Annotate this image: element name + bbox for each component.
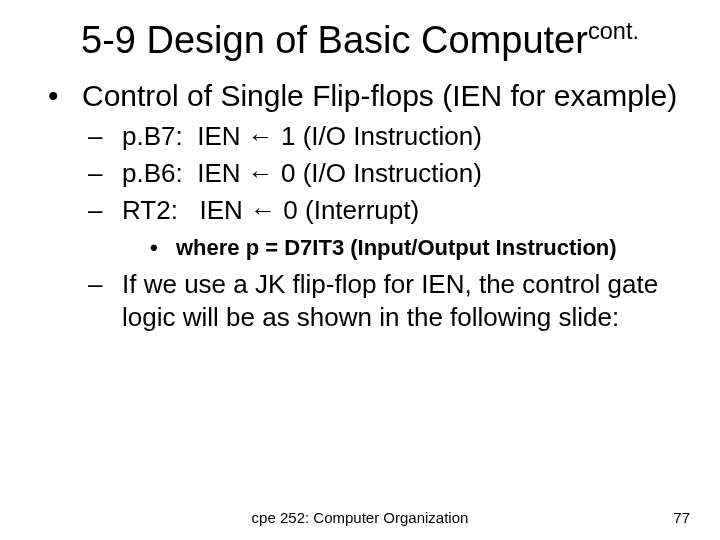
title-superscript: cont. bbox=[588, 18, 639, 44]
title-main: 5-9 Design of Basic Computer bbox=[81, 19, 588, 61]
sub-bullet-item: If we use a JK flip-flop for IEN, the co… bbox=[88, 268, 690, 335]
bullet-text: Control of Single Flip-flops (IEN for ex… bbox=[82, 79, 677, 112]
bullet-list-level2: p.B7: IEN ← 1 (I/O Instruction) p.B6: IE… bbox=[88, 120, 690, 335]
sub-label: p.B6: bbox=[122, 158, 183, 188]
note-bullet-item: where p = D7IT3 (Input/Output Instructio… bbox=[150, 234, 690, 263]
sub-bullet-item: p.B7: IEN ← 1 (I/O Instruction) bbox=[88, 120, 690, 153]
slide: 5-9 Design of Basic Computercont. Contro… bbox=[0, 0, 720, 540]
sub-bullet-item: RT2: IEN ← 0 (Interrupt) where p = D7IT3… bbox=[88, 194, 690, 262]
sub-label: RT2: bbox=[122, 195, 178, 225]
bullet-list-level1: Control of Single Flip-flops (IEN for ex… bbox=[48, 78, 690, 334]
page-number: 77 bbox=[673, 509, 690, 526]
footer-course: cpe 252: Computer Organization bbox=[0, 509, 720, 526]
note-text: where p = D7IT3 (Input/Output Instructio… bbox=[176, 235, 617, 260]
bullet-list-level3: where p = D7IT3 (Input/Output Instructio… bbox=[150, 234, 690, 263]
sub-label: p.B7: bbox=[122, 121, 183, 151]
slide-title: 5-9 Design of Basic Computercont. bbox=[30, 18, 690, 62]
bullet-item: Control of Single Flip-flops (IEN for ex… bbox=[48, 78, 690, 334]
sub-text: If we use a JK flip-flop for IEN, the co… bbox=[122, 269, 658, 332]
sub-rest: IEN ← 1 (I/O Instruction) bbox=[197, 121, 482, 151]
sub-rest: IEN ← 0 (I/O Instruction) bbox=[197, 158, 482, 188]
sub-rest: IEN ← 0 (Interrupt) bbox=[200, 195, 420, 225]
sub-bullet-item: p.B6: IEN ← 0 (I/O Instruction) bbox=[88, 157, 690, 190]
